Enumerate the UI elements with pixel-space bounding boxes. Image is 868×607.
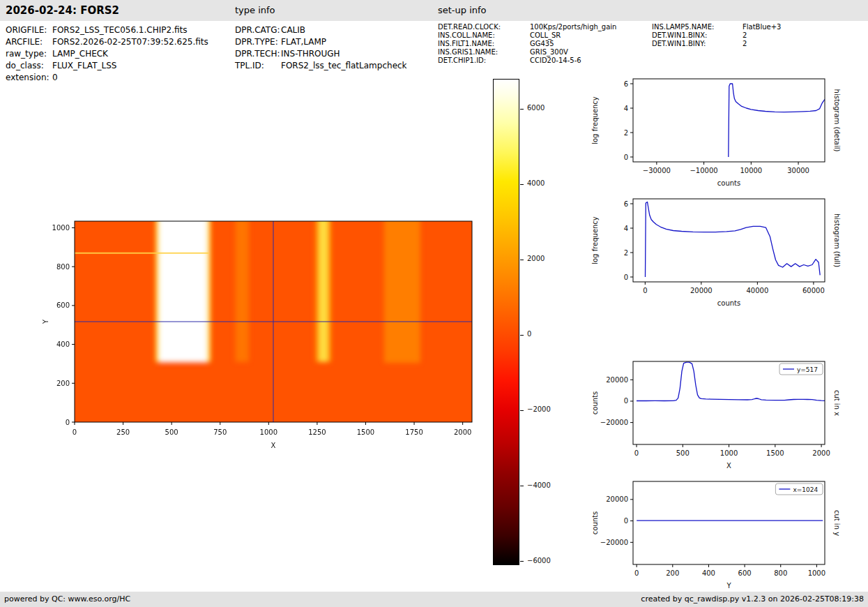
- x-axis-label: X: [271, 442, 276, 449]
- x-tick-label: 1250: [308, 428, 326, 436]
- x-tick-label: 40000: [746, 287, 768, 294]
- y-tick-label: 0: [624, 153, 628, 161]
- colorbar-tick-mark: [520, 184, 524, 185]
- legend: x=1024: [775, 484, 823, 495]
- right-axis-label: cut in y: [833, 510, 841, 536]
- y-tick-label: 800: [56, 263, 70, 271]
- dpr-catg-row: DPR.CATG:CALIB: [235, 24, 407, 36]
- y-axis-label: Y: [42, 319, 50, 324]
- x-tick-label: 1500: [766, 449, 784, 457]
- field-label: DPR.TECH:: [235, 48, 281, 60]
- y-tick-label: 200: [56, 380, 70, 387]
- colorbar-tick-mark: [520, 335, 524, 336]
- y-tick-label: 600: [56, 301, 70, 309]
- footer-credit-right: created by qc_rawdisp.py v1.2.3 on 2026-…: [641, 592, 864, 607]
- field-label: DET.WIN1.BINX:: [652, 31, 743, 40]
- tpl-id-row: TPL.ID:FORS2_lss_tec_flatLampcheck: [235, 60, 407, 72]
- colorbar-tick-mark: [520, 561, 524, 562]
- field-value: FlatBlue+3: [743, 23, 781, 31]
- colorbar-gradient: [493, 79, 519, 565]
- do-class-row: do_class:FLUX_FLAT_LSS: [6, 60, 208, 72]
- colorbar-tick-label: −4000: [527, 481, 551, 489]
- field-label: raw_type:: [6, 48, 52, 60]
- field-value: GRIS_300V: [530, 48, 568, 57]
- y-tick-label: 1000: [52, 224, 70, 232]
- field-value: 0: [52, 72, 58, 84]
- x-tick-label: 0: [73, 428, 77, 436]
- colorbar-tick-label: 0: [527, 330, 531, 338]
- histogram-detail-plot: −30000−1000010000300000246countslog freq…: [589, 66, 868, 195]
- y-tick-label: 2: [624, 249, 628, 257]
- ins-filt1-name-row: INS.FILT1.NAME:GG435: [438, 40, 616, 48]
- x-tick-label: 1000: [720, 449, 738, 457]
- page-title: 2026-02-24: FORS2: [6, 0, 119, 21]
- x-tick-label: 2000: [812, 449, 830, 457]
- data-line: [646, 202, 821, 277]
- y-tick-label: 20000: [606, 376, 628, 384]
- y-tick-label: 6: [624, 80, 628, 88]
- x-axis-label: Y: [726, 582, 731, 590]
- field-label: INS.COLL.NAME:: [438, 31, 530, 40]
- x-tick-label: 0: [634, 569, 639, 577]
- legend-label: x=1024: [793, 486, 818, 493]
- origfile-row: ORIGFILE:FORS2_LSS_TEC056.1.CHIP2.fits: [6, 24, 208, 36]
- field-value: CALIB: [281, 24, 305, 36]
- x-tick-label: 200: [666, 569, 679, 577]
- field-label: DET.READ.CLOCK:: [438, 23, 530, 31]
- x-tick-label: 60000: [802, 287, 825, 294]
- field-value: 2: [743, 40, 747, 48]
- field-label: TPL.ID:: [235, 60, 281, 72]
- colorbar-tick-label: −6000: [527, 557, 551, 564]
- x-tick-label: 500: [165, 428, 178, 436]
- field-label: INS.FILT1.NAME:: [438, 40, 530, 48]
- field-value: CCID20-14-5-6: [530, 57, 581, 65]
- field-label: INS.GRIS1.NAME:: [438, 48, 530, 57]
- raw-image-plot: 0250500750100012501500175020000200400600…: [38, 209, 492, 457]
- x-tick-label: 2000: [454, 428, 471, 436]
- y-tick-label: 20000: [606, 495, 628, 503]
- field-label: ARCFILE:: [6, 36, 52, 48]
- field-value: FLUX_FLAT_LSS: [52, 60, 116, 72]
- x-tick-label: 10000: [740, 167, 762, 174]
- raw-type-row: raw_type:LAMP_CHECK: [6, 48, 208, 60]
- field-value: LAMP_CHECK: [52, 48, 108, 60]
- field-value: GG435: [530, 40, 554, 48]
- colorbar-tick-label: −2000: [527, 405, 551, 413]
- y-tick-label: 2: [624, 129, 628, 137]
- det-read-clock-row: DET.READ.CLOCK:100Kps/2ports/high_gain: [438, 23, 616, 31]
- field-label: DPR.CATG:: [235, 24, 281, 36]
- colorbar-tick-label: 4000: [527, 179, 545, 187]
- x-axis-label: counts: [717, 299, 740, 307]
- det-chip1-id-row: DET.CHIP1.ID:CCID20-14-5-6: [438, 57, 616, 65]
- field-label: ORIGFILE:: [6, 24, 52, 36]
- setup-info-block-1: DET.READ.CLOCK:100Kps/2ports/high_gain I…: [438, 23, 616, 65]
- y-tick-label: 0: [66, 419, 70, 426]
- field-value: INS-THROUGH: [281, 48, 340, 60]
- y-tick-label: 4: [624, 225, 628, 232]
- y-axis-label: counts: [591, 511, 599, 534]
- det-win1-biny-row: DET.WIN1.BINY:2: [652, 40, 781, 48]
- field-label: do_class:: [6, 60, 52, 72]
- x-tick-label: 1000: [260, 428, 277, 436]
- x-tick-label: 800: [774, 569, 787, 577]
- x-tick-label: 1500: [357, 428, 374, 436]
- field-value: 2: [743, 31, 747, 40]
- x-tick-label: 0: [634, 449, 639, 457]
- x-tick-label: 250: [116, 428, 130, 436]
- cut-in-x-plot: 0500100015002000−20000020000Xcountscut i…: [589, 349, 868, 478]
- legend-label: y=517: [797, 366, 818, 373]
- field-value: FLAT,LAMP: [281, 36, 326, 48]
- field-value: 100Kps/2ports/high_gain: [530, 23, 616, 31]
- colorbar: 6000400020000−2000−4000−6000: [493, 79, 570, 571]
- x-tick-label: 30000: [787, 167, 809, 174]
- y-tick-label: 6: [624, 200, 628, 208]
- y-tick-label: 400: [56, 340, 70, 348]
- y-tick-label: 0: [624, 517, 628, 525]
- field-label: INS.LAMP5.NAME:: [652, 23, 743, 31]
- x-tick-label: 1750: [405, 428, 422, 436]
- right-axis-label: histogram (detail): [833, 89, 841, 152]
- data-line: [729, 84, 825, 157]
- field-value: FORS2_LSS_TEC056.1.CHIP2.fits: [52, 24, 187, 36]
- setup-info-block-2: INS.LAMP5.NAME:FlatBlue+3 DET.WIN1.BINX:…: [652, 23, 781, 48]
- cut-in-y-plot: 02004006008001000−20000020000Ycountscut …: [589, 469, 868, 598]
